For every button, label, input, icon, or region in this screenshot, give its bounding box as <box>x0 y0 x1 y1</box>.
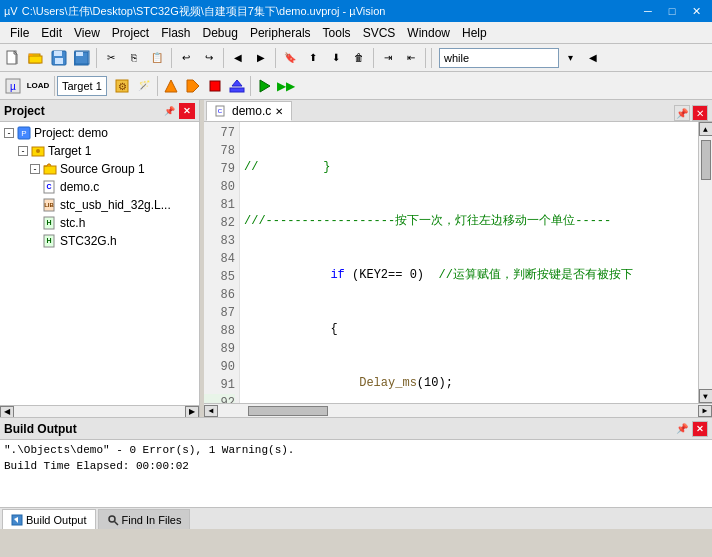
tree-item-stc-lib[interactable]: LIB stc_usb_hid_32g.L... <box>2 196 197 214</box>
build-button[interactable] <box>160 75 182 97</box>
save-button[interactable] <box>48 47 70 69</box>
target-icon <box>30 143 46 159</box>
indent-button[interactable]: ⇥ <box>377 47 399 69</box>
search-box: while ▾ <box>439 47 581 69</box>
target-options-button[interactable]: ⚙ <box>111 75 133 97</box>
menu-edit[interactable]: Edit <box>35 24 68 42</box>
search-input[interactable]: while <box>439 48 559 68</box>
expand-project[interactable]: - <box>4 128 14 138</box>
svg-rect-17 <box>230 88 244 92</box>
minimize-button[interactable]: ─ <box>636 0 660 22</box>
tab-find-in-files[interactable]: Find In Files <box>98 509 191 529</box>
tree-item-project[interactable]: - P Project: demo <box>2 124 197 142</box>
editor-area: C demo.c ✕ 📌 ✕ 77 78 79 80 81 82 8 <box>204 100 712 417</box>
editor-vscrollbar[interactable]: ▲ ▼ <box>698 122 712 403</box>
editor-pin-button[interactable]: 📌 <box>674 105 690 121</box>
vscroll-track[interactable] <box>699 136 713 389</box>
svg-text:C: C <box>218 108 223 114</box>
window-title: C:\Users\庄伟\Desktop\STC32G视频\自建项目7集下\dem… <box>22 4 636 19</box>
menu-debug[interactable]: Debug <box>197 24 244 42</box>
svg-point-23 <box>36 149 40 153</box>
tree-item-sourcegroup[interactable]: - Source Group 1 <box>2 160 197 178</box>
cut-button[interactable]: ✂ <box>100 47 122 69</box>
svg-rect-6 <box>55 58 63 64</box>
vscroll-down[interactable]: ▼ <box>699 389 713 403</box>
clear-bookmarks-button[interactable]: 🗑 <box>348 47 370 69</box>
tab-build-output[interactable]: Build Output <box>2 509 96 529</box>
search-dropdown-button[interactable]: ▾ <box>559 47 581 69</box>
bookmark-button[interactable]: 🔖 <box>279 47 301 69</box>
menu-help[interactable]: Help <box>456 24 493 42</box>
hscroll-thumb[interactable] <box>248 406 328 416</box>
rebuild-button[interactable] <box>182 75 204 97</box>
tab-close-button[interactable]: ✕ <box>275 106 283 117</box>
project-close-button[interactable]: ✕ <box>179 103 195 119</box>
nav-back-button[interactable]: ◀ <box>227 47 249 69</box>
build-output-title: Build Output <box>4 422 674 436</box>
project-scrollbar[interactable]: ◀ ▶ <box>0 405 199 417</box>
vscroll-up[interactable]: ▲ <box>699 122 713 136</box>
hscroll-left[interactable]: ◀ <box>204 405 218 417</box>
scroll-left-btn[interactable]: ◀ <box>0 406 14 418</box>
tree-item-stc-h[interactable]: H stc.h <box>2 214 197 232</box>
prev-bookmark-button[interactable]: ⬆ <box>302 47 324 69</box>
project-wizard-button[interactable]: µ <box>2 75 24 97</box>
download-button[interactable] <box>226 75 248 97</box>
menu-view[interactable]: View <box>68 24 106 42</box>
load-button[interactable]: LOAD <box>24 75 52 97</box>
close-button[interactable]: ✕ <box>684 0 708 22</box>
magic-wand-button[interactable]: 🪄 <box>133 75 155 97</box>
tab-demo-c[interactable]: C demo.c ✕ <box>206 101 292 121</box>
scroll-right-btn[interactable]: ▶ <box>185 406 199 418</box>
code-content[interactable]: // } ///------------------按下一次，灯往左边移动一个单… <box>240 122 698 403</box>
find-tab-icon <box>107 514 119 526</box>
menu-bar: File Edit View Project Flash Debug Perip… <box>0 22 712 44</box>
nav-forward-button[interactable]: ▶ <box>250 47 272 69</box>
tree-label-stc-lib: stc_usb_hid_32g.L... <box>60 198 171 212</box>
menu-flash[interactable]: Flash <box>155 24 196 42</box>
search-prev-button[interactable]: ◀ <box>582 47 604 69</box>
tree-item-target[interactable]: - Target 1 <box>2 142 197 160</box>
target-selector[interactable]: Target 1 <box>57 76 107 96</box>
svg-text:LIB: LIB <box>44 202 54 208</box>
project-pin-button[interactable]: 📌 <box>161 103 177 119</box>
menu-file[interactable]: File <box>4 24 35 42</box>
code-line-81: Delay_ms(10); <box>244 374 694 392</box>
tab-build-label: Build Output <box>26 514 87 526</box>
unindent-button[interactable]: ⇤ <box>400 47 422 69</box>
build-close-button[interactable]: ✕ <box>692 421 708 437</box>
open-file-button[interactable] <box>25 47 47 69</box>
menu-tools[interactable]: Tools <box>317 24 357 42</box>
svg-rect-3 <box>29 56 42 63</box>
expand-sourcegroup[interactable]: - <box>30 164 40 174</box>
build-pin-button[interactable]: 📌 <box>674 421 690 437</box>
copy-button[interactable]: ⎘ <box>123 47 145 69</box>
vscroll-thumb[interactable] <box>701 140 711 180</box>
start-debug-button[interactable] <box>253 75 275 97</box>
undo-button[interactable]: ↩ <box>175 47 197 69</box>
stop-button[interactable] <box>204 75 226 97</box>
editor-hscrollbar[interactable]: ◀ ▶ <box>204 403 712 417</box>
svg-point-37 <box>109 516 115 522</box>
code-view[interactable]: 77 78 79 80 81 82 83 84 85 86 87 88 89 9… <box>204 122 712 417</box>
tree-item-stc32g-h[interactable]: H STC32G.h <box>2 232 197 250</box>
build-line-2: Build Time Elapsed: 00:00:02 <box>4 458 708 474</box>
paste-button[interactable]: 📋 <box>146 47 168 69</box>
save-all-button[interactable] <box>71 47 93 69</box>
next-bookmark-button[interactable]: ⬇ <box>325 47 347 69</box>
editor-close-button[interactable]: ✕ <box>692 105 708 121</box>
new-file-button[interactable] <box>2 47 24 69</box>
menu-svcs[interactable]: SVCS <box>357 24 402 42</box>
build-line-1: ".\Objects\demo" - 0 Error(s), 1 Warning… <box>4 442 708 458</box>
run-button[interactable]: ▶▶ <box>275 75 297 97</box>
menu-project[interactable]: Project <box>106 24 155 42</box>
svg-rect-5 <box>54 51 62 56</box>
tree-item-demo-c[interactable]: C demo.c <box>2 178 197 196</box>
hscroll-right[interactable]: ▶ <box>698 405 712 417</box>
redo-button[interactable]: ↪ <box>198 47 220 69</box>
menu-peripherals[interactable]: Peripherals <box>244 24 317 42</box>
maximize-button[interactable]: □ <box>660 0 684 22</box>
menu-window[interactable]: Window <box>401 24 456 42</box>
build-tab-icon <box>11 514 23 526</box>
expand-target[interactable]: - <box>18 146 28 156</box>
